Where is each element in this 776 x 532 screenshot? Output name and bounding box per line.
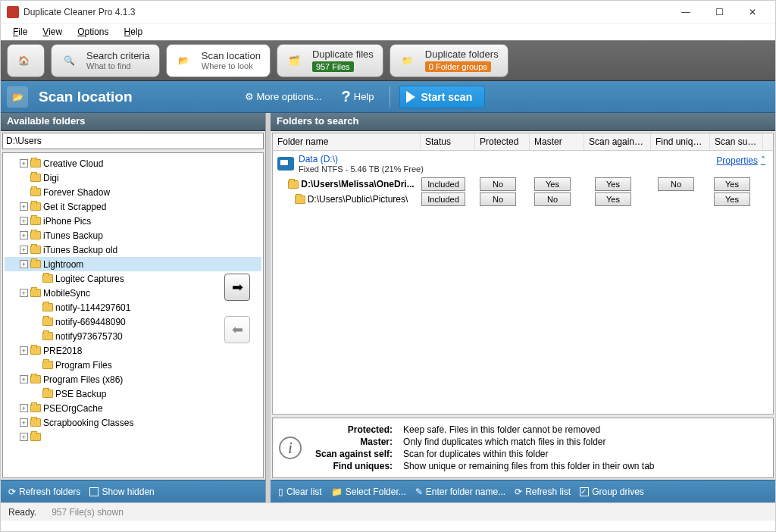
cell-status-button[interactable]: Included xyxy=(421,177,465,191)
drive-group-row[interactable]: Data (D:\) Fixed NTFS - 5.46 TB (21% Fre… xyxy=(273,151,773,177)
folder-icon xyxy=(30,174,41,182)
cell-sas-button[interactable]: Yes xyxy=(595,177,631,191)
menu-options[interactable]: Options xyxy=(71,25,114,39)
folder-icon xyxy=(30,246,41,254)
more-options-button[interactable]: ⚙ More options... xyxy=(239,88,328,105)
menu-bar: File View Options Help xyxy=(1,23,775,40)
tree-item-label: Program Files (x86) xyxy=(43,374,123,385)
legend-table: Protected:Keep safe. Files in this folde… xyxy=(309,423,661,473)
menu-view[interactable]: View xyxy=(36,25,68,39)
tab-duplicate-folders[interactable]: 📁 Duplicate folders 0 Folder groups xyxy=(390,44,508,77)
expand-icon[interactable]: + xyxy=(20,246,28,254)
tab-home[interactable]: 🏠 xyxy=(7,44,45,77)
expand-icon[interactable]: + xyxy=(20,159,28,167)
help-button[interactable]: ? Help xyxy=(336,85,380,108)
cell-prot-button[interactable]: No xyxy=(480,192,516,206)
folder-icon xyxy=(30,418,41,427)
col-find-uniques[interactable]: Find uniques xyxy=(651,133,710,150)
enter-folder-name-button[interactable]: ✎Enter folder name... xyxy=(415,487,505,497)
cell-sub-button[interactable]: Yes xyxy=(714,177,750,191)
select-folder-button[interactable]: 📁Select Folder... xyxy=(331,487,406,497)
refresh-icon: ⟳ xyxy=(515,487,522,497)
folders-count-badge: 0 Folder groups xyxy=(425,61,491,72)
tree-item[interactable]: +iTunes Backup old xyxy=(5,243,261,257)
cell-uniq-button[interactable]: No xyxy=(658,177,694,191)
expand-icon[interactable]: + xyxy=(20,289,28,297)
minimize-button[interactable]: — xyxy=(669,2,702,23)
start-scan-button[interactable]: Start scan xyxy=(399,86,486,108)
path-input[interactable] xyxy=(2,133,264,149)
tree-item-label: PSEOrgCache xyxy=(43,403,103,414)
drive-title: Data (D:\) xyxy=(299,154,424,164)
menu-file[interactable]: File xyxy=(7,25,33,39)
tree-item[interactable]: + xyxy=(5,430,261,444)
table-row[interactable]: D:\Users\Public\Pictures\IncludedNoNoYes… xyxy=(273,192,773,207)
refresh-list-button[interactable]: ⟳Refresh list xyxy=(515,487,571,497)
cell-sas-button[interactable]: Yes xyxy=(595,192,631,206)
legend-value: Show unique or remaining files from this… xyxy=(399,461,659,471)
show-hidden-checkbox[interactable]: Show hidden xyxy=(89,487,154,497)
tree-item[interactable]: notify973675730 xyxy=(5,329,261,343)
tab-duplicate-files[interactable]: 🗂️ Duplicate files 957 Files xyxy=(277,44,383,77)
maximize-button[interactable]: ☐ xyxy=(702,2,736,23)
drive-subtitle: Fixed NTFS - 5.46 TB (21% Free) xyxy=(299,164,424,174)
expand-icon[interactable]: + xyxy=(20,217,28,225)
tree-item[interactable]: +Lightroom xyxy=(5,257,261,271)
tree-item-label: Scrapbooking Classes xyxy=(43,418,133,428)
expand-icon[interactable]: + xyxy=(20,202,28,211)
menu-help[interactable]: Help xyxy=(118,25,149,39)
col-status[interactable]: Status xyxy=(421,133,475,150)
tree-item[interactable]: Digi xyxy=(5,171,261,185)
expand-icon[interactable]: + xyxy=(20,418,28,427)
scan-location-icon: 📂 xyxy=(7,86,28,108)
cell-master-button[interactable]: Yes xyxy=(534,177,571,191)
tree-item[interactable]: +iPhone Pics xyxy=(5,214,261,228)
cell-status-button[interactable]: Included xyxy=(421,192,465,206)
col-scan-subfolders[interactable]: Scan subfo... xyxy=(710,133,763,150)
folders-to-search-header: Folders to search xyxy=(271,113,775,131)
tab-search-criteria[interactable]: 🔍 Search criteria What to find xyxy=(51,44,160,77)
tree-item[interactable]: +MobileSync xyxy=(5,286,261,300)
titlebar: Duplicate Cleaner Pro 4.1.3 — ☐ ✕ xyxy=(1,1,775,23)
col-folder-name[interactable]: Folder name xyxy=(273,133,421,150)
tree-item[interactable]: PSE Backup xyxy=(5,386,261,401)
table-row[interactable]: D:\Users\Melissa\OneDri...IncludedNoYesY… xyxy=(273,177,773,192)
tree-item[interactable]: +Get it Scrapped xyxy=(5,199,261,214)
clear-list-button[interactable]: ▯Clear list xyxy=(278,487,322,497)
cell-prot-button[interactable]: No xyxy=(480,177,516,191)
tree-item[interactable]: +PSEOrgCache xyxy=(5,401,261,415)
tree-item[interactable]: Logitec Captures xyxy=(5,271,261,286)
expand-icon[interactable]: + xyxy=(20,231,28,239)
section-header: 📂 Scan location ⚙ More options... ? Help… xyxy=(1,81,775,113)
tree-item[interactable]: +Scrapbooking Classes xyxy=(5,415,261,430)
divider xyxy=(390,86,390,108)
group-drives-checkbox[interactable]: Group drives xyxy=(580,487,644,497)
tree-item-label: iTunes Backup xyxy=(43,230,103,241)
tab-scan-location[interactable]: 📂 Scan location Where to look xyxy=(166,44,271,77)
properties-link[interactable]: Properties ˄ xyxy=(716,155,765,166)
tree-item[interactable]: +Creative Cloud xyxy=(5,156,261,171)
tree-item[interactable]: +iTunes Backup xyxy=(5,228,261,243)
grid-body[interactable]: Properties ˄ Data (D:\) Fixed NTFS - 5.4… xyxy=(272,151,774,415)
tree-item[interactable]: Forever Shadow xyxy=(5,185,261,199)
cell-sub-button[interactable]: Yes xyxy=(714,192,750,206)
tree-item[interactable]: +Program Files (x86) xyxy=(5,372,261,386)
expand-icon[interactable]: + xyxy=(20,260,28,268)
cell-master-button[interactable]: No xyxy=(534,192,571,206)
expand-icon[interactable]: + xyxy=(20,404,28,412)
add-folder-button[interactable]: ➡ xyxy=(224,274,250,301)
expand-icon[interactable]: + xyxy=(20,433,28,441)
remove-folder-button[interactable]: ⬅ xyxy=(224,316,250,343)
expand-icon[interactable]: + xyxy=(20,375,28,383)
status-ready: Ready. xyxy=(8,507,36,518)
close-button[interactable]: ✕ xyxy=(736,2,769,23)
tree-item[interactable]: Program Files xyxy=(5,358,261,372)
tree-item[interactable]: notify-1144297601 xyxy=(5,300,261,315)
expand-icon[interactable]: + xyxy=(20,346,28,355)
tree-item[interactable]: notify-669448090 xyxy=(5,315,261,329)
tree-item[interactable]: +PRE2018 xyxy=(5,343,261,358)
refresh-folders-button[interactable]: ⟳ Refresh folders xyxy=(8,487,80,497)
col-master[interactable]: Master xyxy=(530,133,584,150)
col-scan-against-self[interactable]: Scan against s... xyxy=(584,133,651,150)
col-protected[interactable]: Protected xyxy=(475,133,530,150)
